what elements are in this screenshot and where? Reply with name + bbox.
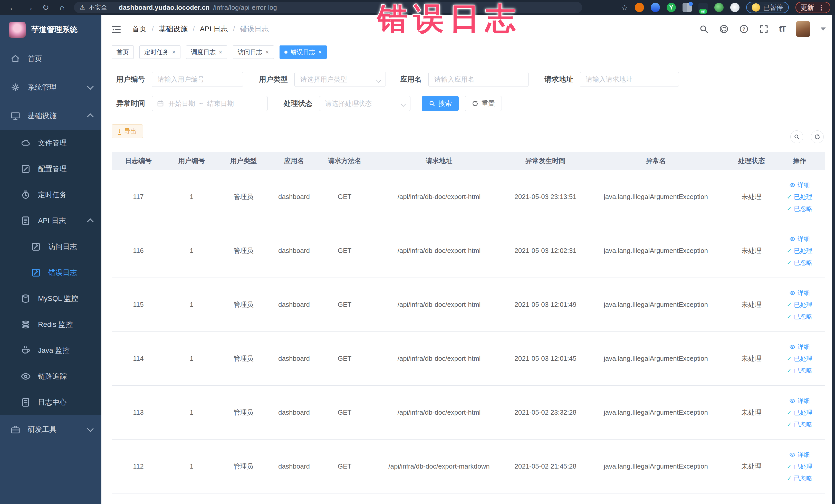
tab-error-log[interactable]: 错误日志× (280, 45, 327, 59)
sidebar-item-label: 基础设施 (28, 111, 57, 121)
close-icon[interactable]: × (318, 48, 322, 56)
export-button[interactable]: ↓ 导出 (111, 124, 143, 138)
caret-down-icon[interactable] (821, 27, 826, 31)
action-processed[interactable]: ✓已处理 (787, 462, 812, 471)
sidebar-item-infrastructure[interactable]: 基础设施 (0, 101, 101, 130)
cell-actions: 详细 ✓已处理 ✓已忽略 (774, 343, 825, 375)
cell-user-type: 管理员 (218, 300, 269, 309)
github-icon[interactable] (719, 24, 729, 34)
paused-pill[interactable]: 已暂停 (746, 2, 789, 13)
cell-method: GET (319, 301, 370, 309)
action-detail[interactable]: 详细 (789, 343, 810, 351)
user-id-input[interactable] (152, 72, 243, 87)
close-icon[interactable]: × (219, 48, 222, 56)
action-processed[interactable]: ✓已处理 (787, 408, 812, 417)
extension-icon-leaf[interactable] (714, 3, 724, 12)
sidebar-item-mysql-monitor[interactable]: MySQL 监控 (0, 285, 101, 311)
cell-log-id: 113 (111, 408, 165, 417)
action-ignored[interactable]: ✓已忽略 (787, 420, 812, 428)
action-detail[interactable]: 详细 (789, 235, 810, 243)
eye-icon (789, 290, 795, 296)
refresh-table-button[interactable] (811, 130, 824, 143)
app-name-input[interactable] (428, 72, 529, 87)
avatar[interactable] (796, 21, 810, 37)
cell-user-id: 1 (165, 247, 218, 255)
search-icon (429, 100, 435, 107)
security-label[interactable]: 不安全 (89, 3, 107, 12)
extension-icon-dark[interactable]: on (698, 3, 708, 12)
update-button[interactable]: 更新 ⋮ (795, 2, 830, 13)
font-size-icon[interactable]: tT (779, 24, 786, 34)
extension-icon-paw[interactable] (730, 3, 739, 12)
home-button[interactable]: ⌂ (54, 3, 70, 12)
action-ignored[interactable]: ✓已忽略 (787, 474, 812, 482)
action-processed[interactable]: ✓已处理 (787, 247, 812, 255)
action-detail[interactable]: 详细 (789, 397, 810, 405)
sidebar-item-access-log[interactable]: 访问日志 (0, 234, 101, 260)
process-status-select[interactable]: 请选择处理状态 (319, 96, 410, 111)
action-ignored[interactable]: ✓已忽略 (787, 313, 812, 321)
header-search-icon[interactable] (699, 24, 709, 34)
sidebar-item-dev-tools[interactable]: 研发工具 (0, 415, 101, 444)
action-processed[interactable]: ✓已处理 (787, 355, 812, 363)
eye-icon (789, 451, 795, 458)
range-separator: ~ (199, 100, 203, 107)
cell-exception-name: java.lang.IllegalArgumentException (583, 301, 729, 309)
help-icon[interactable]: ? (739, 24, 749, 34)
tab-home[interactable]: 首页 (111, 45, 134, 59)
sidebar-item-home[interactable]: 首页 (0, 44, 101, 73)
cell-user-type: 管理员 (218, 408, 269, 417)
action-detail[interactable]: 详细 (789, 450, 810, 459)
extension-icon-shield[interactable] (651, 3, 660, 12)
sidebar-item-api-log[interactable]: API 日志 (0, 208, 101, 234)
user-type-select[interactable]: 请选择用户类型 (294, 72, 386, 87)
extension-icon-orange[interactable] (635, 3, 644, 12)
page-scrollbar[interactable] (832, 15, 835, 504)
close-icon[interactable]: × (265, 48, 269, 56)
breadcrumb-api-log[interactable]: API 日志 (200, 24, 228, 34)
cell-exception-time: 2021-05-02 23:32:28 (508, 408, 583, 417)
tab-access-log[interactable]: 访问日志× (233, 45, 274, 59)
fullscreen-icon[interactable] (759, 24, 769, 34)
action-detail[interactable]: 详细 (789, 289, 810, 297)
extension-icon-grid[interactable] (683, 3, 692, 12)
hamburger-icon[interactable] (110, 24, 122, 34)
tab-dispatch-log[interactable]: 调度日志× (186, 45, 227, 59)
forward-button[interactable]: → (21, 3, 38, 12)
sidebar-item-redis-monitor[interactable]: Redis 监控 (0, 311, 101, 337)
sidebar-item-trace[interactable]: 链路追踪 (0, 363, 101, 389)
search-label: 搜索 (439, 99, 452, 108)
cell-exception-time: 2021-05-02 21:45:28 (508, 462, 583, 470)
action-ignored[interactable]: ✓已忽略 (787, 259, 812, 267)
action-processed[interactable]: ✓已处理 (787, 193, 812, 201)
sidebar-item-system[interactable]: 系统管理 (0, 73, 101, 101)
reload-button[interactable]: ↻ (38, 3, 54, 12)
sidebar-item-java-monitor[interactable]: Java 监控 (0, 337, 101, 363)
browser-menu-icon[interactable]: ⋮ (817, 3, 825, 12)
bookmark-star-icon[interactable]: ☆ (621, 3, 628, 12)
col-method: 请求方法名 (319, 156, 370, 165)
action-ignored[interactable]: ✓已忽略 (787, 366, 812, 375)
sidebar-item-file-manage[interactable]: 文件管理 (0, 130, 101, 156)
divider (113, 4, 113, 11)
tab-scheduled-jobs[interactable]: 定时任务× (139, 45, 180, 59)
breadcrumb-home[interactable]: 首页 (132, 24, 147, 34)
search-button[interactable]: 搜索 (422, 96, 459, 111)
request-url-input[interactable] (580, 72, 679, 87)
action-detail[interactable]: 详细 (789, 181, 810, 189)
doc-edit-icon (31, 242, 41, 252)
breadcrumb-infrastructure[interactable]: 基础设施 (159, 24, 188, 34)
action-processed[interactable]: ✓已处理 (787, 301, 812, 309)
reset-button[interactable]: 重置 (465, 96, 502, 111)
cell-app-name: dashboard (269, 301, 319, 309)
toggle-search-button[interactable] (790, 130, 803, 143)
sidebar-item-log-center[interactable]: 日志中心 (0, 389, 101, 415)
close-icon[interactable]: × (172, 48, 176, 56)
action-ignored[interactable]: ✓已忽略 (787, 205, 812, 213)
sidebar-item-config-manage[interactable]: 配置管理 (0, 156, 101, 182)
back-button[interactable]: ← (5, 3, 21, 12)
extension-icon-green-y[interactable]: Y (667, 3, 676, 12)
sidebar-item-scheduled-jobs[interactable]: 定时任务 (0, 182, 101, 208)
exception-time-range-picker[interactable]: 开始日期 ~ 结束日期 (152, 96, 268, 111)
sidebar-item-error-log[interactable]: 错误日志 (0, 260, 101, 285)
